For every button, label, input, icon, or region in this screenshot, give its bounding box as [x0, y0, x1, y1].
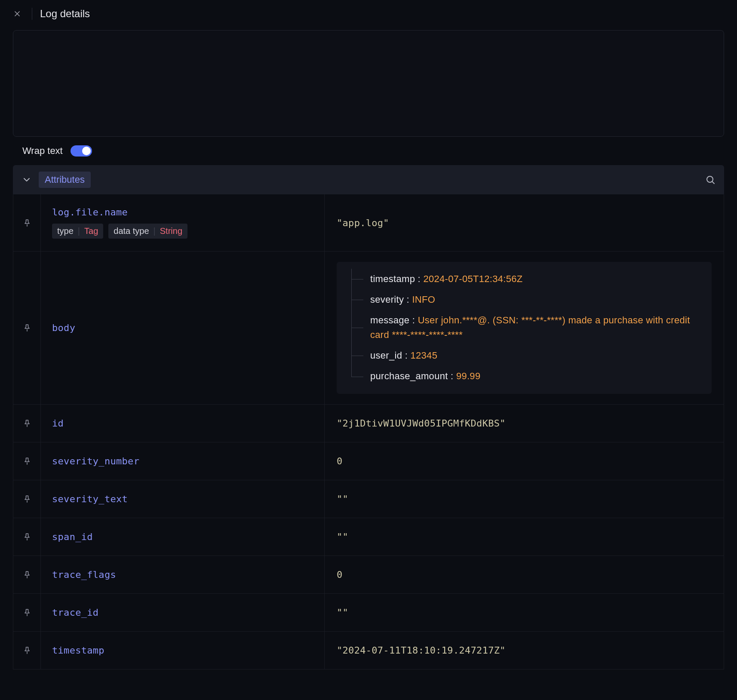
- body-tree-line: severity : INFO: [344, 289, 700, 310]
- attr-key: timestamp: [52, 645, 313, 656]
- table-row: span_id "": [13, 518, 724, 556]
- search-icon: [705, 175, 716, 185]
- pin-icon[interactable]: [23, 323, 31, 332]
- attr-value: "app.log": [325, 194, 724, 251]
- attr-meta-chips: type | Tag data type | String: [52, 224, 313, 239]
- attributes-table: log.file.name type | Tag data type | Str…: [13, 194, 724, 669]
- pin-icon[interactable]: [23, 646, 31, 654]
- chip-type: type | Tag: [52, 224, 103, 239]
- attr-key: body: [52, 322, 313, 333]
- body-tree: timestamp : 2024-07-05T12:34:56Z severit…: [337, 262, 712, 394]
- pin-icon[interactable]: [23, 532, 31, 541]
- attr-key: trace_flags: [52, 569, 313, 580]
- svg-point-2: [707, 176, 713, 182]
- body-tree-line: user_id : 12345: [344, 345, 700, 366]
- attr-value: "2j1DtivW1UVJWd05IPGMfKDdKBS": [325, 405, 724, 442]
- log-details-panel: Log details Wrap text Attributes log.fil…: [0, 0, 737, 700]
- attr-value: "": [325, 594, 724, 631]
- attr-key: log.file.name: [52, 207, 313, 218]
- table-row: id "2j1DtivW1UVJWd05IPGMfKDdKBS": [13, 404, 724, 442]
- pin-icon[interactable]: [23, 608, 31, 617]
- pin-icon[interactable]: [23, 457, 31, 465]
- collapse-toggle[interactable]: [21, 175, 32, 185]
- attr-value: 0: [325, 556, 724, 593]
- table-row: trace_flags 0: [13, 556, 724, 593]
- attr-key: trace_id: [52, 607, 313, 618]
- svg-line-3: [712, 182, 714, 184]
- chip-datatype: data type | String: [108, 224, 187, 239]
- attr-value: 0: [325, 442, 724, 480]
- table-row: trace_id "": [13, 593, 724, 631]
- body-tree-line: purchase_amount : 99.99: [344, 366, 700, 387]
- attr-value-body: timestamp : 2024-07-05T12:34:56Z severit…: [325, 252, 724, 404]
- log-preview-panel: [13, 30, 724, 137]
- table-row: severity_text "": [13, 480, 724, 518]
- close-icon: [13, 9, 21, 18]
- page-title: Log details: [40, 8, 90, 20]
- attr-key: severity_text: [52, 494, 313, 504]
- pin-icon[interactable]: [23, 570, 31, 579]
- table-row: timestamp "2024-07-11T18:10:19.247217Z": [13, 631, 724, 669]
- body-tree-line: message : User john.****@. (SSN: ***-**-…: [344, 310, 700, 345]
- attributes-section-header: Attributes: [13, 165, 724, 194]
- chevron-down-icon: [21, 175, 32, 185]
- table-row: log.file.name type | Tag data type | Str…: [13, 194, 724, 251]
- attr-key: severity_number: [52, 456, 313, 467]
- table-row: severity_number 0: [13, 442, 724, 480]
- attr-key: id: [52, 418, 313, 429]
- wrap-text-toggle[interactable]: [71, 145, 92, 157]
- pin-icon[interactable]: [23, 494, 31, 503]
- attr-key: span_id: [52, 531, 313, 542]
- search-attributes-button[interactable]: [705, 175, 716, 185]
- close-button[interactable]: [10, 7, 24, 21]
- table-row: body timestamp : 2024-07-05T12:34:56Z se…: [13, 251, 724, 404]
- wrap-text-row: Wrap text: [0, 137, 737, 165]
- body-tree-line: timestamp : 2024-07-05T12:34:56Z: [344, 269, 700, 289]
- header-divider: [32, 8, 32, 20]
- attr-value: "": [325, 518, 724, 556]
- wrap-text-label: Wrap text: [22, 145, 63, 157]
- attributes-label: Attributes: [39, 172, 91, 188]
- pin-icon[interactable]: [23, 419, 31, 427]
- attr-value: "": [325, 480, 724, 518]
- attr-value: "2024-07-11T18:10:19.247217Z": [325, 632, 724, 669]
- pin-icon[interactable]: [23, 218, 31, 227]
- panel-header: Log details: [0, 0, 737, 28]
